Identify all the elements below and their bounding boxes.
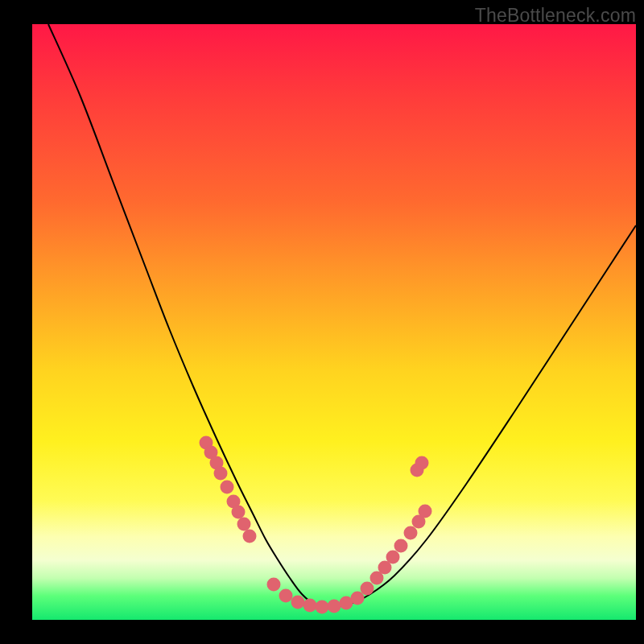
watermark-text: TheBottleneck.com <box>475 5 636 27</box>
chart-frame: TheBottleneck.com <box>0 0 644 644</box>
data-point <box>303 599 317 613</box>
data-point <box>361 582 374 596</box>
data-point <box>221 481 234 494</box>
data-point <box>279 589 293 603</box>
bottleneck-curve <box>48 24 636 607</box>
data-point <box>351 592 365 605</box>
data-point <box>291 596 305 609</box>
data-point <box>267 578 281 592</box>
plot-area <box>32 24 636 620</box>
data-point <box>419 505 432 518</box>
data-point <box>386 551 400 564</box>
data-point <box>404 526 418 540</box>
data-points <box>200 436 432 614</box>
data-point <box>394 539 408 553</box>
data-point <box>232 506 246 519</box>
data-point <box>415 456 429 470</box>
data-point <box>328 600 341 613</box>
data-point <box>237 518 251 531</box>
data-point <box>316 601 329 614</box>
chart-svg <box>32 24 636 620</box>
data-point <box>243 530 257 543</box>
data-point <box>214 467 228 481</box>
